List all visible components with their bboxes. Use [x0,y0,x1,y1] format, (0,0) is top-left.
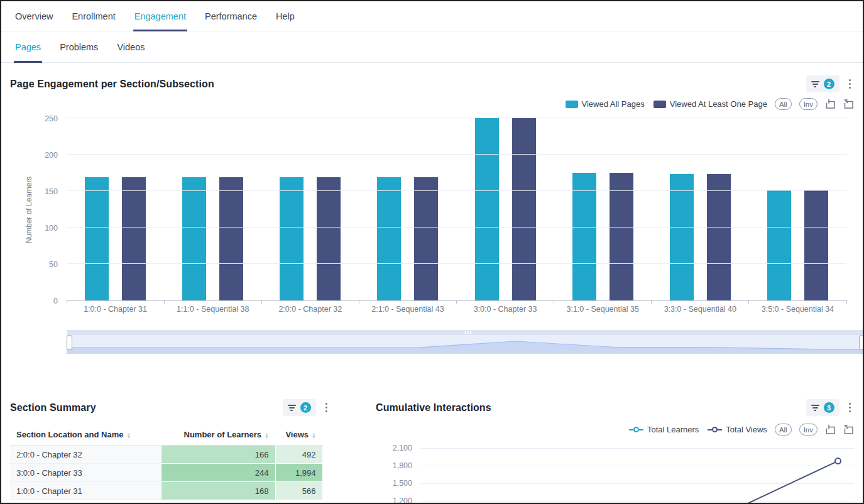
legend-select-inverse-button[interactable]: Inv [799,98,818,110]
bar-viewed-at-least-one-page[interactable] [804,190,828,300]
keep-brush-icon[interactable] [843,424,854,435]
bar-group [554,119,652,300]
bar-viewed-at-least-one-page[interactable] [414,177,438,300]
x-axis-tick [846,300,847,304]
column-header-views[interactable]: Views▲▼ [275,426,322,446]
tab-enrollment[interactable]: Enrollment [70,1,116,31]
bar-viewed-all-pages[interactable] [85,177,109,300]
sub-tab-bar: PagesProblemsVideos [1,31,863,63]
data-zoom-minimap-slider[interactable] [67,330,864,354]
bar-viewed-at-least-one-page[interactable] [219,177,243,300]
bar-viewed-at-least-one-page[interactable] [610,173,633,300]
bar-group [359,119,456,300]
gridline [67,118,846,118]
legend-swatch [566,101,578,108]
filter-button[interactable]: 2 [283,399,316,416]
y-tick-label: 2,100 [376,444,412,452]
tab-engagement[interactable]: Engagement [133,1,187,31]
bar-viewed-at-least-one-page[interactable] [317,177,341,300]
section-cell: 2:0:0 - Chapter 32 [10,446,161,464]
legend-select-inverse-button[interactable]: Inv [799,424,818,436]
y-tick-label: 1,500 [376,479,412,488]
gridline [67,263,846,264]
bar-viewed-all-pages[interactable] [182,177,206,300]
bar-viewed-all-pages[interactable] [280,177,303,300]
x-axis-labels: 1:0:0 - Chapter 311:1:0 - Sequential 382… [67,305,846,314]
learners-cell: 168 [161,482,275,500]
x-axis-label: 1:0:0 - Chapter 31 [67,305,164,314]
x-axis-label: 2:0:0 - Chapter 32 [261,305,359,314]
line-marker-icon [708,427,722,432]
cumulative-interactions-title: Cumulative Interactions [376,402,491,414]
legend-item-total-learners[interactable]: Total Learners [629,425,699,434]
tab-help[interactable]: Help [275,1,296,31]
filter-button[interactable]: 2 [806,75,839,92]
rect-brush-icon[interactable] [825,99,836,109]
subtab-pages[interactable]: Pages [14,31,42,62]
bar-viewed-all-pages[interactable] [670,174,694,300]
x-axis-tick [456,300,457,304]
column-header-learners[interactable]: Number of Learners▲▼ [161,426,275,446]
x-axis-tick [164,300,165,304]
y-tick-label: 150 [10,187,58,196]
y-tick-label: 250 [10,114,58,123]
tab-performance[interactable]: Performance [204,1,258,31]
y-tick-label: 0 [10,297,58,305]
keep-brush-icon[interactable] [843,99,854,109]
cumulative-line-chart[interactable]: 1,2001,5001,8002,100 [376,442,854,504]
bar-group [749,119,846,300]
filter-icon [288,405,296,411]
line-marker-icon [629,427,643,432]
learners-cell: 166 [161,446,275,464]
bar-group [652,119,749,300]
legend-select-all-button[interactable]: All [775,424,792,436]
y-tick-label: 1,200 [376,496,412,504]
legend-item-viewed-at-least-one-page[interactable]: Viewed At Least One Page [653,99,767,109]
filter-icon [811,405,819,411]
more-options-button[interactable] [846,401,855,415]
table-row: 1:0:0 - Chapter 31168566 [10,482,322,500]
section-cell: 3:0:0 - Chapter 33 [10,464,161,482]
more-options-button[interactable] [846,77,855,91]
gridline [67,154,846,155]
table-row: 3:0:0 - Chapter 332441,994 [10,464,322,482]
x-axis-label: 3:5:0 - Sequential 34 [749,305,846,314]
subtab-videos[interactable]: Videos [116,31,146,62]
filter-count-badge: 3 [824,402,834,413]
bar-viewed-all-pages[interactable] [377,177,401,300]
sort-icon: ▲▼ [265,432,269,439]
views-cell: 492 [275,446,322,464]
x-axis-tick [359,300,359,304]
filter-button[interactable]: 3 [806,399,839,416]
bar-viewed-at-least-one-page[interactable] [122,177,146,300]
legend-select-all-button[interactable]: All [775,98,792,110]
filter-count-badge: 2 [300,402,311,413]
bar-viewed-all-pages[interactable] [572,173,596,300]
x-axis-tick [261,300,262,304]
tab-overview[interactable]: Overview [14,1,54,31]
page-engagement-bar-chart[interactable]: Number of Learners 050100150200250 1:0:0… [10,119,854,317]
section-summary-table: Section Location and Name▲▼ Number of Le… [10,426,323,500]
more-options-button[interactable] [322,401,331,415]
x-axis-label: 3:1:0 - Sequential 35 [554,305,652,314]
rect-brush-icon[interactable] [825,424,836,435]
bar-viewed-at-least-one-page[interactable] [512,118,536,300]
bar-group [67,119,164,300]
y-tick-label: 200 [10,151,58,160]
sort-icon: ▲▼ [126,432,131,439]
legend-label: Viewed At Least One Page [670,99,767,109]
bar-viewed-at-least-one-page[interactable] [707,174,731,300]
legend-item-total-views[interactable]: Total Views [708,425,767,434]
y-axis-title: Number of Learners [25,177,33,244]
subtab-problems[interactable]: Problems [58,31,99,62]
legend-label: Viewed All Pages [582,99,645,109]
page-engagement-title: Page Engagement per Section/Subsection [10,79,214,90]
bar-viewed-all-pages[interactable] [475,118,499,300]
legend-item-viewed-all-pages[interactable]: Viewed All Pages [566,99,645,109]
data-point-marker[interactable] [835,458,841,464]
section-summary-card: Section Summary 2 Section Location and N… [1,399,341,504]
y-tick-label: 1,800 [376,461,412,470]
filter-count-badge: 2 [824,79,834,89]
bar-viewed-all-pages[interactable] [767,190,791,300]
column-header-section[interactable]: Section Location and Name▲▼ [10,426,161,446]
